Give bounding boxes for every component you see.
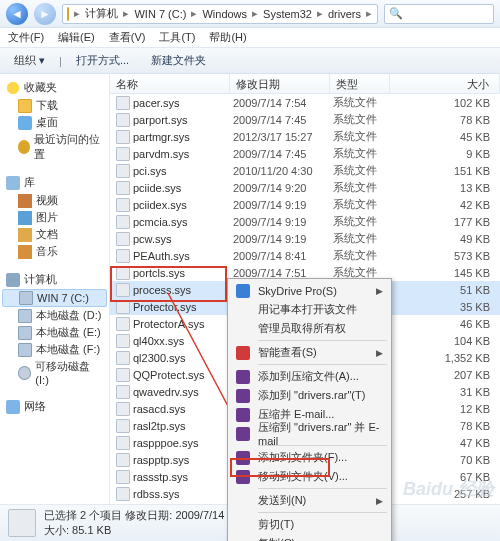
col-type[interactable]: 类型 <box>330 74 390 93</box>
file-name: portcls.sys <box>133 267 233 279</box>
sb-videos[interactable]: 视频 <box>0 192 109 209</box>
file-size: 78 KB <box>393 114 500 126</box>
file-row[interactable]: pcmcia.sys2009/7/14 9:19系统文件177 KB <box>110 213 500 230</box>
ctx-添加到 "drivers.rar"(T)[interactable]: 添加到 "drivers.rar"(T) <box>230 386 389 405</box>
bc-drivers[interactable]: drivers <box>326 8 363 20</box>
ctx-移动到文件夹(V)...[interactable]: 移动到文件夹(V)... <box>230 467 389 486</box>
ctx-label: 添加到文件夹(F)... <box>258 450 347 465</box>
open-with-button[interactable]: 打开方式... <box>68 51 137 70</box>
file-row[interactable]: pcw.sys2009/7/14 9:19系统文件49 KB <box>110 230 500 247</box>
bc-windows[interactable]: Windows <box>200 8 249 20</box>
file-icon <box>116 368 130 382</box>
nav-back-button[interactable]: ◄ <box>6 3 28 25</box>
file-icon <box>116 96 130 110</box>
col-size[interactable]: 大小 <box>390 74 500 93</box>
sb-recent[interactable]: 最近访问的位置 <box>0 131 109 163</box>
ctx-label: 用记事本打开该文件 <box>258 302 357 317</box>
file-row[interactable]: pacer.sys2009/7/14 7:54系统文件102 KB <box>110 94 500 111</box>
menu-file[interactable]: 文件(F) <box>8 30 44 45</box>
bc-system32[interactable]: System32 <box>261 8 314 20</box>
file-date: 2010/11/20 4:30 <box>233 165 333 177</box>
ctx-添加到文件夹(F)...[interactable]: 添加到文件夹(F)... <box>230 448 389 467</box>
file-icon <box>116 300 130 314</box>
file-row[interactable]: parvdm.sys2009/7/14 7:45系统文件9 KB <box>110 145 500 162</box>
file-icon <box>116 385 130 399</box>
status-thumbnail-icon <box>8 509 36 537</box>
file-row[interactable]: PEAuth.sys2009/7/14 8:41系统文件573 KB <box>110 247 500 264</box>
menu-tools[interactable]: 工具(T) <box>159 30 195 45</box>
search-input[interactable]: 🔍 <box>384 4 494 24</box>
sb-computer[interactable]: 计算机 <box>0 270 109 289</box>
ctx-label: 发送到(N) <box>258 493 306 508</box>
file-size: 35 KB <box>393 301 500 313</box>
bc-computer[interactable]: 计算机 <box>83 6 120 21</box>
file-size: 46 KB <box>393 318 500 330</box>
sb-libraries[interactable]: 库 <box>0 173 109 192</box>
file-size: 12 KB <box>393 403 500 415</box>
file-name: rdbss.sys <box>133 488 233 500</box>
k-icon <box>236 346 250 360</box>
sb-documents[interactable]: 文档 <box>0 226 109 243</box>
file-icon <box>116 436 130 450</box>
menu-edit[interactable]: 编辑(E) <box>58 30 95 45</box>
file-icon <box>116 283 130 297</box>
ctx-用记事本打开该文件[interactable]: 用记事本打开该文件 <box>230 300 389 319</box>
file-size: 104 KB <box>393 335 500 347</box>
sb-drive-e[interactable]: 本地磁盘 (E:) <box>0 324 109 341</box>
titlebar: ◄ ► ▸计算机 ▸WIN 7 (C:) ▸Windows ▸System32 … <box>0 0 500 28</box>
ctx-智能查看(S)[interactable]: 智能查看(S)▶ <box>230 343 389 362</box>
rar-icon <box>236 451 250 465</box>
sb-music[interactable]: 音乐 <box>0 243 109 260</box>
column-headers[interactable]: 名称 修改日期 类型 大小 <box>110 74 500 94</box>
ctx-label: 移动到文件夹(V)... <box>258 469 348 484</box>
sb-pictures[interactable]: 图片 <box>0 209 109 226</box>
menu-help[interactable]: 帮助(H) <box>209 30 246 45</box>
file-row[interactable]: partmgr.sys2012/3/17 15:27系统文件45 KB <box>110 128 500 145</box>
sb-drive-f[interactable]: 本地磁盘 (F:) <box>0 341 109 358</box>
file-type: 系统文件 <box>333 129 393 144</box>
ctx-添加到压缩文件(A)...[interactable]: 添加到压缩文件(A)... <box>230 367 389 386</box>
ctx-发送到(N)[interactable]: 发送到(N)▶ <box>230 491 389 510</box>
submenu-arrow-icon: ▶ <box>376 348 383 358</box>
file-size: 177 KB <box>393 216 500 228</box>
sb-network[interactable]: 网络 <box>0 397 109 416</box>
organize-button[interactable]: 组织 ▾ <box>6 51 53 70</box>
file-icon <box>116 402 130 416</box>
sb-downloads[interactable]: 下载 <box>0 97 109 114</box>
ctx-复制(C)[interactable]: 复制(C) <box>230 534 389 541</box>
file-name: partmgr.sys <box>133 131 233 143</box>
file-icon <box>116 504 130 505</box>
file-row[interactable]: pciidex.sys2009/7/14 9:19系统文件42 KB <box>110 196 500 213</box>
file-size: 102 KB <box>393 97 500 109</box>
file-name: rasl2tp.sys <box>133 420 233 432</box>
ctx-压缩到 "drivers.rar" 并 E-mail[interactable]: 压缩到 "drivers.rar" 并 E-mail <box>230 424 389 443</box>
file-size: 9 KB <box>393 148 500 160</box>
new-folder-button[interactable]: 新建文件夹 <box>143 51 214 70</box>
file-row[interactable]: pci.sys2010/11/20 4:30系统文件151 KB <box>110 162 500 179</box>
file-row[interactable]: parport.sys2009/7/14 7:45系统文件78 KB <box>110 111 500 128</box>
file-icon <box>116 232 130 246</box>
nav-forward-button[interactable]: ► <box>34 3 56 25</box>
sb-drive-d[interactable]: 本地磁盘 (D:) <box>0 307 109 324</box>
menu-view[interactable]: 查看(V) <box>109 30 146 45</box>
sb-drive-i[interactable]: 可移动磁盘 (I:) <box>0 358 109 387</box>
bc-drive[interactable]: WIN 7 (C:) <box>132 8 188 20</box>
sb-desktop[interactable]: 桌面 <box>0 114 109 131</box>
file-size: 70 KB <box>393 454 500 466</box>
rar-icon <box>236 370 250 384</box>
file-row[interactable]: pciide.sys2009/7/14 9:20系统文件13 KB <box>110 179 500 196</box>
file-icon <box>116 249 130 263</box>
col-date[interactable]: 修改日期 <box>230 74 330 93</box>
file-size: 13 KB <box>393 182 500 194</box>
sidebar: 收藏夹 下载 桌面 最近访问的位置 库 视频 图片 文档 音乐 计算机 WIN … <box>0 74 110 504</box>
ctx-管理员取得所有权[interactable]: 管理员取得所有权 <box>230 319 389 338</box>
breadcrumb[interactable]: ▸计算机 ▸WIN 7 (C:) ▸Windows ▸System32 ▸dri… <box>62 4 378 24</box>
file-size: 257 KB <box>393 488 500 500</box>
file-icon <box>116 130 130 144</box>
file-name: pci.sys <box>133 165 233 177</box>
col-name[interactable]: 名称 <box>110 74 230 93</box>
ctx-SkyDrive Pro(S)[interactable]: SkyDrive Pro(S)▶ <box>230 281 389 300</box>
ctx-剪切(T)[interactable]: 剪切(T) <box>230 515 389 534</box>
sb-drive-c[interactable]: WIN 7 (C:) <box>2 289 107 307</box>
sb-favorites[interactable]: 收藏夹 <box>0 78 109 97</box>
